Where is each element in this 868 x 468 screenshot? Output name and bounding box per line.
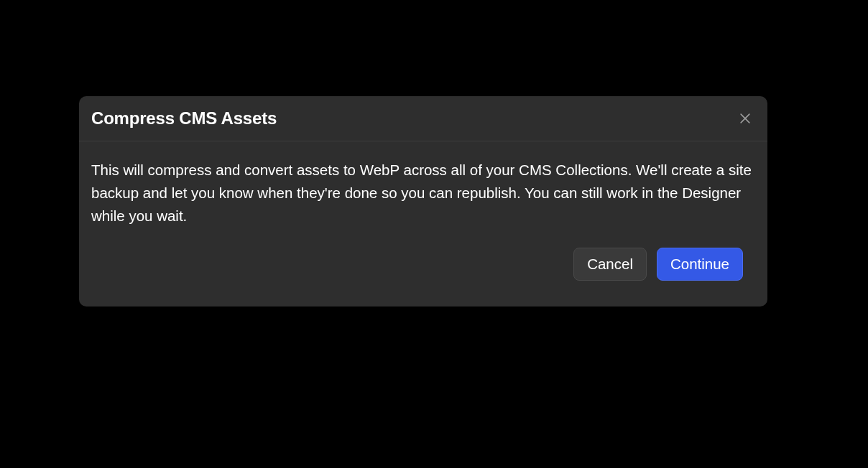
modal-footer: Cancel Continue [91, 248, 755, 294]
close-button[interactable] [735, 108, 755, 128]
compress-cms-assets-modal: Compress CMS Assets This will compress a… [79, 96, 767, 306]
modal-description: This will compress and convert assets to… [91, 159, 755, 228]
close-icon [738, 111, 752, 126]
modal-header: Compress CMS Assets [79, 96, 767, 141]
continue-button[interactable]: Continue [657, 248, 743, 281]
modal-title: Compress CMS Assets [91, 108, 277, 128]
modal-body: This will compress and convert assets to… [79, 141, 767, 306]
cancel-button[interactable]: Cancel [573, 248, 647, 281]
